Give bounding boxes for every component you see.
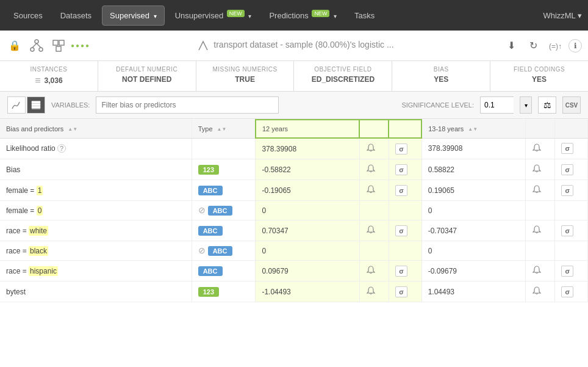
- sort-arrows-0[interactable]: ▲▼: [68, 126, 77, 132]
- disabled-icon: ⊘: [198, 245, 206, 255]
- col-bias-predictors: Bias and predictors ▲▼: [0, 120, 192, 138]
- table-view-btn[interactable]: [27, 96, 45, 114]
- table-header-row: Bias and predictors ▲▼ Type ▲▼ Significa…: [0, 120, 588, 138]
- svg-point-2: [39, 48, 43, 51]
- cell-col2-sigma: σ: [555, 261, 588, 282]
- bell-icon-col2[interactable]: [532, 265, 542, 277]
- cell-col2-val: 1.04493: [421, 282, 525, 302]
- cell-type: ⊘ABC: [192, 201, 256, 220]
- sort-arrows-5[interactable]: ▲▼: [468, 126, 478, 132]
- bell-icon-col1[interactable]: [366, 143, 376, 154]
- bell-icon-col1[interactable]: [366, 286, 376, 297]
- cell-col2-val: 0: [421, 201, 525, 220]
- cell-name: Bias: [0, 159, 192, 180]
- cell-col1-val: -0.58822: [256, 159, 359, 180]
- cell-col1-val: -0.19065: [256, 180, 359, 201]
- bell-icon-col2[interactable]: [532, 164, 542, 175]
- col-13-18years: 13-18 years ▲▼: [421, 120, 525, 138]
- sigma-btn-col2[interactable]: σ: [561, 225, 573, 236]
- cell-col2-sigma: σ: [555, 138, 588, 159]
- supervised-dropdown-arrow: ▾: [154, 13, 157, 20]
- bell-icon-col1[interactable]: [366, 265, 376, 277]
- bell-icon-col1[interactable]: [366, 164, 376, 175]
- sigma-btn-col1[interactable]: σ: [395, 286, 407, 297]
- sigma-btn-col1[interactable]: σ: [395, 164, 407, 175]
- cell-col1-bell: [359, 241, 389, 261]
- cell-type: 123: [192, 159, 256, 180]
- sigma-btn-col1[interactable]: σ: [395, 225, 407, 236]
- cell-col2-bell: [525, 261, 554, 282]
- bell-icon-col2[interactable]: [532, 184, 542, 196]
- sigma-btn-col2[interactable]: σ: [561, 143, 573, 154]
- svg-text:(=)↑: (=)↑: [549, 42, 562, 51]
- bell-icon-col1[interactable]: [366, 184, 376, 196]
- nav-whizzml[interactable]: WhizzML ▾: [543, 11, 582, 20]
- sigma-btn-col2[interactable]: σ: [561, 286, 573, 297]
- main-content: 🔒 ●●●● transport dataset - sample (80.00…: [0, 31, 588, 367]
- unsupervised-badge: NEW: [227, 10, 245, 17]
- cell-col1-sigma: σ: [389, 138, 421, 159]
- predictions-dropdown-arrow: ▾: [334, 13, 337, 20]
- sort-arrows-1[interactable]: ▲▼: [217, 126, 227, 132]
- cell-col1-val: 0.70347: [256, 220, 359, 241]
- cell-name: female = 0: [0, 201, 192, 220]
- sigma-btn-col2[interactable]: σ: [561, 164, 573, 175]
- chart-view-btn[interactable]: [7, 96, 26, 114]
- cell-type: ⊘ABC: [192, 241, 256, 261]
- bell-icon-col1[interactable]: [366, 225, 376, 236]
- cell-col2-bell: [525, 241, 554, 261]
- code-icon[interactable]: (=)↑: [547, 37, 564, 54]
- data-table-wrapper: Bias and predictors ▲▼ Type ▲▼ Significa…: [0, 119, 588, 367]
- unsupervised-dropdown-arrow: ▾: [248, 13, 251, 20]
- nav-supervised[interactable]: Supervised ▾: [102, 5, 165, 26]
- cell-col1-bell: [359, 261, 389, 282]
- table-row: Likelihood ratio ? 378.39908 σ 378.39908…: [0, 138, 588, 159]
- cell-col1-val: 378.39908: [256, 138, 359, 159]
- sigma-btn-col2[interactable]: σ: [561, 266, 573, 277]
- cell-name: Likelihood ratio ?: [0, 138, 192, 159]
- cell-col2-val: 0.19065: [421, 180, 525, 201]
- balance-icon-btn[interactable]: ⚖: [538, 96, 556, 114]
- table-row: Bias 123 -0.58822 σ 0.58822 σ: [0, 159, 588, 180]
- significance-input[interactable]: [480, 96, 514, 114]
- download-icon[interactable]: ⬇: [503, 37, 520, 54]
- cell-col2-bell: [525, 180, 554, 201]
- cell-col2-sigma: σ: [555, 220, 588, 241]
- type-badge: ABC: [198, 226, 223, 236]
- tree-icon[interactable]: [28, 37, 45, 54]
- nav-unsupervised[interactable]: Unsupervised NEW ▾: [168, 5, 259, 25]
- instances-list-icon: ≡: [35, 75, 40, 86]
- nav-sources[interactable]: Sources: [6, 6, 50, 25]
- filter-input[interactable]: [96, 96, 279, 114]
- cell-name: race = hispanic: [0, 261, 192, 282]
- cell-name: female = 1: [0, 180, 192, 201]
- sigma-btn-col2[interactable]: σ: [561, 185, 573, 196]
- model-icon[interactable]: [50, 37, 67, 54]
- dots-icon[interactable]: ●●●●: [72, 37, 89, 54]
- sigma-btn-col1[interactable]: σ: [395, 185, 407, 196]
- stat-field-codings: FIELD CODINGS YES: [490, 61, 588, 91]
- cell-name: race = black: [0, 241, 192, 261]
- type-badge: 123: [198, 287, 219, 297]
- cell-col2-sigma: [555, 241, 588, 261]
- help-icon[interactable]: ?: [57, 144, 66, 153]
- cell-type: ABC: [192, 220, 256, 241]
- bell-icon-col2[interactable]: [532, 143, 542, 154]
- cell-col2-val: -0.70347: [421, 220, 525, 241]
- bell-icon-col2[interactable]: [532, 286, 542, 297]
- col-12years-bell: [359, 120, 389, 138]
- sigma-btn-col1[interactable]: σ: [395, 144, 407, 154]
- nav-datasets[interactable]: Datasets: [53, 6, 99, 25]
- nav-tasks[interactable]: Tasks: [347, 6, 382, 25]
- stat-bias: BIAS YES: [392, 61, 490, 91]
- nav-predictions[interactable]: Predictions NEW ▾: [262, 5, 344, 25]
- col-type: Type ▲▼: [192, 120, 256, 138]
- sigma-btn-col1[interactable]: σ: [395, 266, 407, 277]
- table-row: female = 0 ⊘ABC 0 0: [0, 201, 588, 220]
- csv-export-btn[interactable]: CSV: [562, 96, 581, 114]
- bell-icon-col2[interactable]: [532, 225, 542, 236]
- significance-arrow-btn[interactable]: ▾: [520, 96, 532, 114]
- info-icon[interactable]: ℹ: [568, 39, 582, 53]
- refresh-icon[interactable]: ↻: [525, 37, 542, 54]
- stat-missing-numerics: MISSING NUMERICS TRUE: [196, 61, 295, 91]
